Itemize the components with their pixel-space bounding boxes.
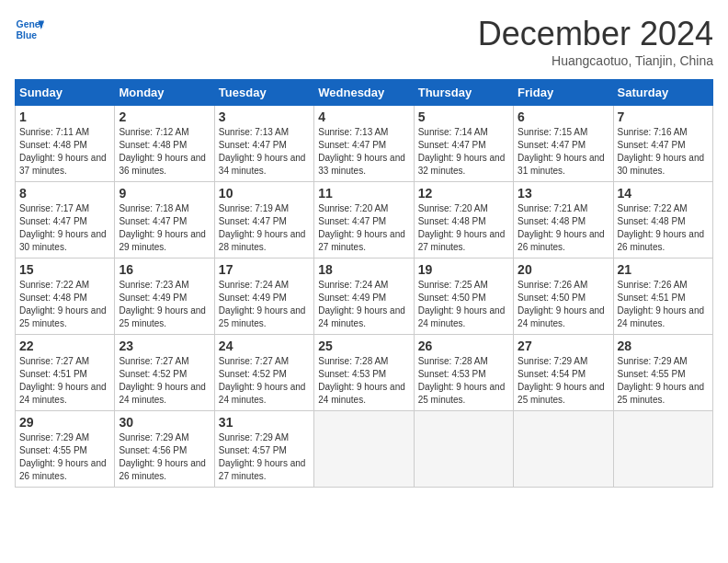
calendar-col-header: Sunday xyxy=(16,80,115,106)
day-number: 5 xyxy=(418,109,509,124)
day-number: 3 xyxy=(219,109,310,124)
cell-info: Sunrise: 7:11 AMSunset: 4:48 PMDaylight:… xyxy=(19,127,107,176)
calendar-week-row: 29 Sunrise: 7:29 AMSunset: 4:55 PMDaylig… xyxy=(16,411,713,488)
calendar-cell: 17 Sunrise: 7:24 AMSunset: 4:49 PMDaylig… xyxy=(214,259,313,335)
page-header: General Blue December 2024 Huangcaotuo, … xyxy=(15,15,713,68)
cell-info: Sunrise: 7:27 AMSunset: 4:52 PMDaylight:… xyxy=(219,356,306,405)
day-number: 17 xyxy=(219,262,310,277)
calendar-cell: 14 Sunrise: 7:22 AMSunset: 4:48 PMDaylig… xyxy=(613,182,712,259)
title-block: December 2024 Huangcaotuo, Tianjin, Chin… xyxy=(478,15,713,68)
calendar-col-header: Saturday xyxy=(613,80,712,106)
day-number: 11 xyxy=(318,186,409,201)
day-number: 9 xyxy=(119,186,210,201)
calendar-cell: 30 Sunrise: 7:29 AMSunset: 4:56 PMDaylig… xyxy=(115,411,214,488)
calendar-cell: 10 Sunrise: 7:19 AMSunset: 4:47 PMDaylig… xyxy=(214,182,313,259)
calendar-cell: 27 Sunrise: 7:29 AMSunset: 4:54 PMDaylig… xyxy=(514,335,613,411)
cell-info: Sunrise: 7:16 AMSunset: 4:47 PMDaylight:… xyxy=(618,127,705,176)
day-number: 13 xyxy=(518,186,609,201)
calendar-cell: 20 Sunrise: 7:26 AMSunset: 4:50 PMDaylig… xyxy=(514,259,613,335)
day-number: 14 xyxy=(618,186,709,201)
calendar-cell: 4 Sunrise: 7:13 AMSunset: 4:47 PMDayligh… xyxy=(314,106,414,182)
calendar-cell: 21 Sunrise: 7:26 AMSunset: 4:51 PMDaylig… xyxy=(613,259,712,335)
cell-info: Sunrise: 7:29 AMSunset: 4:54 PMDaylight:… xyxy=(518,356,605,405)
cell-info: Sunrise: 7:26 AMSunset: 4:50 PMDaylight:… xyxy=(518,280,605,328)
day-number: 27 xyxy=(518,339,609,353)
calendar-cell: 24 Sunrise: 7:27 AMSunset: 4:52 PMDaylig… xyxy=(214,335,313,411)
day-number: 16 xyxy=(119,262,210,277)
calendar-header-row: SundayMondayTuesdayWednesdayThursdayFrid… xyxy=(16,80,713,106)
calendar-cell: 2 Sunrise: 7:12 AMSunset: 4:48 PMDayligh… xyxy=(115,106,214,182)
calendar-week-row: 8 Sunrise: 7:17 AMSunset: 4:47 PMDayligh… xyxy=(16,182,713,259)
day-number: 2 xyxy=(119,109,210,124)
calendar-cell: 23 Sunrise: 7:27 AMSunset: 4:52 PMDaylig… xyxy=(115,335,214,411)
cell-info: Sunrise: 7:25 AMSunset: 4:50 PMDaylight:… xyxy=(418,280,506,328)
calendar-cell: 15 Sunrise: 7:22 AMSunset: 4:48 PMDaylig… xyxy=(16,259,115,335)
day-number: 6 xyxy=(518,109,609,124)
calendar-cell: 19 Sunrise: 7:25 AMSunset: 4:50 PMDaylig… xyxy=(414,259,513,335)
cell-info: Sunrise: 7:22 AMSunset: 4:48 PMDaylight:… xyxy=(19,280,107,328)
cell-info: Sunrise: 7:20 AMSunset: 4:48 PMDaylight:… xyxy=(418,203,506,252)
calendar-cell: 26 Sunrise: 7:28 AMSunset: 4:53 PMDaylig… xyxy=(414,335,513,411)
cell-info: Sunrise: 7:24 AMSunset: 4:49 PMDaylight:… xyxy=(219,280,306,328)
calendar-cell: 18 Sunrise: 7:24 AMSunset: 4:49 PMDaylig… xyxy=(314,259,414,335)
cell-info: Sunrise: 7:29 AMSunset: 4:55 PMDaylight:… xyxy=(618,356,705,405)
calendar-cell: 22 Sunrise: 7:27 AMSunset: 4:51 PMDaylig… xyxy=(16,335,115,411)
calendar-col-header: Thursday xyxy=(414,80,513,106)
cell-info: Sunrise: 7:29 AMSunset: 4:57 PMDaylight:… xyxy=(219,432,306,481)
calendar-cell: 11 Sunrise: 7:20 AMSunset: 4:47 PMDaylig… xyxy=(314,182,414,259)
location: Huangcaotuo, Tianjin, China xyxy=(478,53,713,68)
day-number: 1 xyxy=(19,109,110,124)
calendar-cell: 29 Sunrise: 7:29 AMSunset: 4:55 PMDaylig… xyxy=(16,411,115,488)
cell-info: Sunrise: 7:14 AMSunset: 4:47 PMDaylight:… xyxy=(418,127,506,176)
month-title: December 2024 xyxy=(478,15,713,53)
calendar-cell: 25 Sunrise: 7:28 AMSunset: 4:53 PMDaylig… xyxy=(314,335,414,411)
logo: General Blue xyxy=(15,15,44,44)
calendar-col-header: Tuesday xyxy=(214,80,313,106)
cell-info: Sunrise: 7:28 AMSunset: 4:53 PMDaylight:… xyxy=(418,356,506,405)
day-number: 21 xyxy=(618,262,709,277)
day-number: 25 xyxy=(318,339,409,353)
day-number: 24 xyxy=(219,339,310,353)
calendar-cell: 28 Sunrise: 7:29 AMSunset: 4:55 PMDaylig… xyxy=(613,335,712,411)
day-number: 12 xyxy=(418,186,509,201)
calendar-cell: 3 Sunrise: 7:13 AMSunset: 4:47 PMDayligh… xyxy=(214,106,313,182)
calendar-cell xyxy=(414,411,513,488)
cell-info: Sunrise: 7:22 AMSunset: 4:48 PMDaylight:… xyxy=(618,203,705,252)
calendar-col-header: Friday xyxy=(514,80,613,106)
calendar-cell: 7 Sunrise: 7:16 AMSunset: 4:47 PMDayligh… xyxy=(613,106,712,182)
calendar-col-header: Monday xyxy=(115,80,214,106)
cell-info: Sunrise: 7:17 AMSunset: 4:47 PMDaylight:… xyxy=(19,203,107,252)
calendar-table: SundayMondayTuesdayWednesdayThursdayFrid… xyxy=(15,79,713,488)
cell-info: Sunrise: 7:20 AMSunset: 4:47 PMDaylight:… xyxy=(318,203,405,252)
calendar-cell: 12 Sunrise: 7:20 AMSunset: 4:48 PMDaylig… xyxy=(414,182,513,259)
calendar-body: 1 Sunrise: 7:11 AMSunset: 4:48 PMDayligh… xyxy=(16,106,713,488)
cell-info: Sunrise: 7:29 AMSunset: 4:55 PMDaylight:… xyxy=(19,432,107,481)
calendar-week-row: 1 Sunrise: 7:11 AMSunset: 4:48 PMDayligh… xyxy=(16,106,713,182)
calendar-cell: 6 Sunrise: 7:15 AMSunset: 4:47 PMDayligh… xyxy=(514,106,613,182)
calendar-cell: 13 Sunrise: 7:21 AMSunset: 4:48 PMDaylig… xyxy=(514,182,613,259)
cell-info: Sunrise: 7:24 AMSunset: 4:49 PMDaylight:… xyxy=(318,280,405,328)
cell-info: Sunrise: 7:13 AMSunset: 4:47 PMDaylight:… xyxy=(219,127,306,176)
calendar-cell: 5 Sunrise: 7:14 AMSunset: 4:47 PMDayligh… xyxy=(414,106,513,182)
day-number: 7 xyxy=(618,109,709,124)
day-number: 28 xyxy=(618,339,709,353)
day-number: 26 xyxy=(418,339,509,353)
cell-info: Sunrise: 7:19 AMSunset: 4:47 PMDaylight:… xyxy=(219,203,306,252)
calendar-cell xyxy=(613,411,712,488)
cell-info: Sunrise: 7:28 AMSunset: 4:53 PMDaylight:… xyxy=(318,356,405,405)
day-number: 15 xyxy=(19,262,110,277)
cell-info: Sunrise: 7:26 AMSunset: 4:51 PMDaylight:… xyxy=(618,280,705,328)
day-number: 20 xyxy=(518,262,609,277)
calendar-week-row: 22 Sunrise: 7:27 AMSunset: 4:51 PMDaylig… xyxy=(16,335,713,411)
calendar-cell xyxy=(314,411,414,488)
day-number: 23 xyxy=(119,339,210,353)
calendar-cell: 31 Sunrise: 7:29 AMSunset: 4:57 PMDaylig… xyxy=(214,411,313,488)
cell-info: Sunrise: 7:23 AMSunset: 4:49 PMDaylight:… xyxy=(119,280,206,328)
calendar-cell xyxy=(514,411,613,488)
day-number: 19 xyxy=(418,262,509,277)
day-number: 30 xyxy=(119,415,210,430)
cell-info: Sunrise: 7:12 AMSunset: 4:48 PMDaylight:… xyxy=(119,127,206,176)
cell-info: Sunrise: 7:27 AMSunset: 4:51 PMDaylight:… xyxy=(19,356,107,405)
day-number: 31 xyxy=(219,415,310,430)
calendar-cell: 8 Sunrise: 7:17 AMSunset: 4:47 PMDayligh… xyxy=(16,182,115,259)
